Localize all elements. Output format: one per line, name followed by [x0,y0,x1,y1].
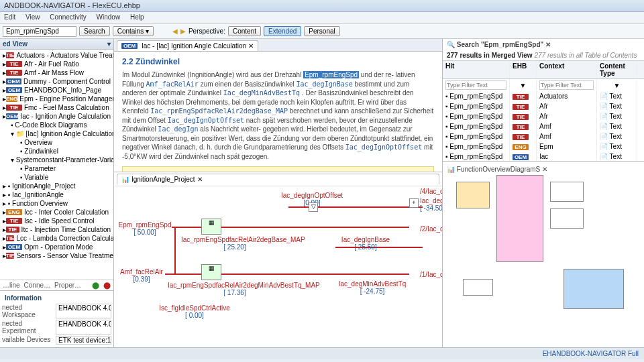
tree-item[interactable]: ▸ TIEAmf - Air Mass Flow [1,68,112,77]
contains-dropdown[interactable]: Contains ▾ [113,26,154,36]
left-sidebar: ed View▾ ▸ TIEActuators - Actuators Valu… [0,39,114,347]
tree-item[interactable]: ▸ ▪ IgnitionAngle_Project [1,182,112,190]
tree-item[interactable]: ▸ OEMIac - Ignition Angle Calculation [1,112,112,121]
center-pane: OEM Iac - [Iac] Ignition Angle Calculati… [114,39,443,347]
doc-heading: 2.2 Zündwinkel [122,57,434,66]
result-row[interactable]: ▪ Epm_rpmEngSpdTIEAfr📄 Text [443,111,644,121]
result-row[interactable]: ▪ Epm_rpmEngSpdTIEActuators📄 Text [443,91,644,101]
filter-hit[interactable] [445,80,506,90]
tree-item[interactable]: ▸ OEMOpm - Operation Mode [1,243,112,251]
result-row[interactable]: ▪ Epm_rpmEngSpdENGEpm📄 Text [443,141,644,152]
nav-back-icon[interactable]: ◀ [172,27,178,35]
map-block-2[interactable]: ▦ [201,264,221,280]
result-row[interactable]: ▪ Epm_rpmEngSpdTIEAmf📄 Text [443,131,644,141]
result-row[interactable]: ▪ Epm_rpmEngSpdTIEAfr📄 Text [443,101,644,111]
window-titlebar: ANDBOOK-NAVIGATOR - FlexECU.ehbp [0,0,644,12]
filter-ctx[interactable] [539,80,594,90]
search-input[interactable] [3,26,76,37]
block-diagram[interactable]: Epm_rpmEngSpd[ 50.00] Amf_facRelAir[0.39… [114,186,442,347]
menu-connectivity[interactable]: Connectivity [50,13,86,21]
menu-bar: Edit View Connectivity Window Help [0,12,644,24]
tree-item[interactable]: ▸ TIEAfr - Air Fuel Ratio [1,60,112,68]
function-overview-diagram[interactable]: 📊 FunctionOverviewDiagramS ✕ [443,161,644,347]
highlighted-term: Epm_rpmEngSpd [303,71,359,78]
result-row[interactable]: ▪ Epm_rpmEngSpdTIEAmf📄 Text [443,121,644,131]
perspective-extended[interactable]: Extended [264,26,301,36]
sidebar-tabs[interactable]: …lineConne…Proper… ⬤⬤ [0,280,113,290]
view-pane-title: ed View▾ [0,39,113,50]
perspective-label: Perspective: [189,27,225,35]
calc-label-2: /2/Iac_calc [420,225,442,233]
calc-label-4: /4/Iac_calc [420,188,442,195]
navigation-tree[interactable]: ▸ TIEActuators - Actuators Value Treatme… [0,50,113,280]
tree-item[interactable]: ▸ TIEActuators - Actuators Value Treatme… [1,51,112,60]
toolbar: Search Contains ▾ ◀ ▶ Perspective: Conte… [0,24,644,39]
search-results-table[interactable]: Hit EHB Context Content Type ▼ ▼ ▪ Epm_r… [443,60,644,161]
document-view[interactable]: 2.2 Zündwinkel Im Modul Zündwinkel (Ingn… [114,52,442,172]
tree-item[interactable]: ▸ TIEFmc - Fuel Mass Calculation [1,103,112,112]
tree-item[interactable]: ▸ TIEItc - Injection Time Calculation [1,225,112,234]
menu-window[interactable]: Window [97,13,121,21]
doc-paragraph: Im Modul Zündwinkel (IngnitionAngle) wir… [122,70,434,161]
diagram-tab[interactable]: 📊 IgnitionAngle_Project ✕ [117,174,439,184]
tree-item[interactable]: ▸ ENGIcc - Inter Cooler Calculation [1,208,112,217]
tree-item[interactable]: ▸ ENGEpm - Engine Position Management [1,95,112,103]
block-ign[interactable]: Iac_degIgn[ -34.50] [420,197,442,212]
block-idle[interactable]: Isc_flgIdleSpdCtrlActive[ 0.00] [154,304,235,319]
result-row[interactable]: ▪ Epm_rpmEngSpdOEMIac📄 Text [443,152,644,161]
info-panel: Information nected WorkspaceEHANDBOOK 4.… [0,290,113,347]
block-amf[interactable]: Amf_facRelAir[0.39] [118,268,165,283]
tree-item[interactable]: ▸ TIELcc - Lambda Correction Calculation [1,234,112,243]
nav-fwd-icon[interactable]: ▶ [180,27,186,35]
search-results-title: 🔍 Search "Epm_rpmEngSpd" ✕ [443,39,644,50]
block-epm[interactable]: Epm_rpmEngSpd[ 50.00] [118,221,172,236]
sum-block[interactable]: + [409,198,419,208]
search-results-count: 277 results in Merged View 277 results i… [443,50,644,60]
close-icon[interactable]: ✕ [248,42,254,50]
tree-item[interactable]: ▸ OEMDummy - Component Control [1,77,112,86]
menu-view[interactable]: View [25,13,40,21]
tree-item[interactable]: ▸ TIEIsc - Idle Speed Control [1,217,112,225]
calc-label-1: /1/Iac_calc [420,271,442,278]
tree-item[interactable]: ▸ ▪ Iac_IgnitionAngle [1,190,112,199]
tree-item[interactable]: ▸ OEMEHANDBOOK_Info_Page [1,86,112,95]
block-minadv[interactable]: Iac_degMinAdvBestTq[ -24.75] [335,280,409,295]
perspective-personal[interactable]: Personal [304,26,339,36]
perspective-content[interactable]: Content [228,26,261,36]
map-block-1[interactable]: ▦ [201,219,221,235]
doc-tab[interactable]: OEM Iac - [Iac] Ignition Angle Calculati… [117,40,258,51]
tree-item[interactable]: ▸ TIESensors - Sensor Value Treatment [1,251,112,260]
block-ignbase[interactable]: Iac_degIgnBase[ 25.50] [335,236,396,251]
status-bar: EHANDBOOK-NAVIGATOR Full [0,347,644,359]
tree-item[interactable]: ▸ ▪ Function Overview [1,199,112,208]
menu-help[interactable]: Help [130,13,144,21]
search-button[interactable]: Search [79,26,110,36]
calibration-note: Read this carefully before initial calib… [122,166,434,172]
menu-edit[interactable]: Edit [4,13,15,21]
right-sidebar: 🔍 Search "Epm_rpmEngSpd" ✕ 277 results i… [443,39,644,347]
